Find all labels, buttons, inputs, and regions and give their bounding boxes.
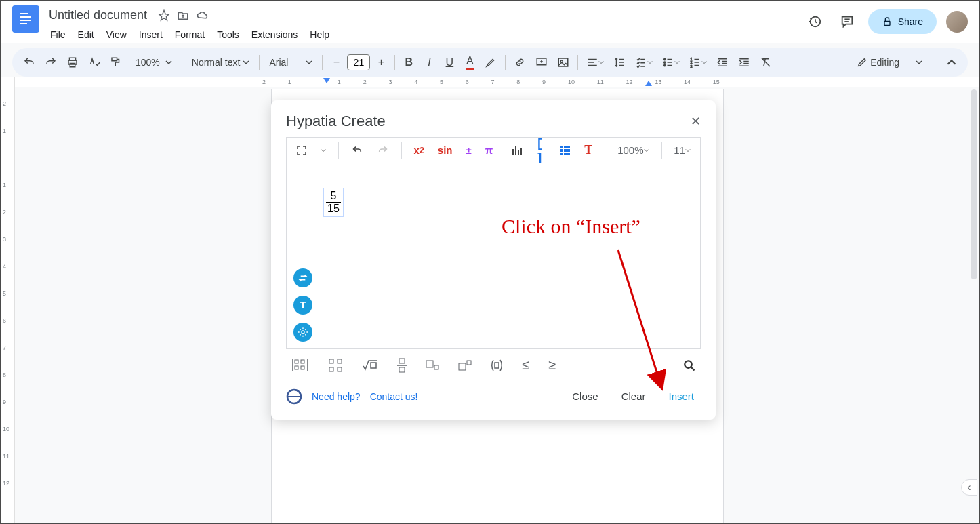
svg-rect-48 — [567, 149, 570, 152]
subscript-button[interactable] — [426, 360, 439, 371]
settings-button[interactable] — [293, 323, 312, 342]
spellcheck-button[interactable] — [84, 53, 104, 72]
pi-button[interactable]: π — [481, 142, 497, 159]
line-spacing-button[interactable] — [609, 53, 630, 72]
text-color-button[interactable]: A — [460, 53, 479, 72]
ruler-tick: 10 — [3, 426, 9, 432]
checklist-button[interactable] — [631, 53, 657, 72]
font-size-input[interactable] — [347, 54, 370, 70]
side-panel-toggle[interactable]: ‹ — [961, 479, 977, 496]
add-comment-button[interactable] — [531, 53, 552, 72]
increase-indent-button[interactable] — [734, 53, 754, 72]
star-icon[interactable] — [158, 9, 170, 22]
menu-format[interactable]: Format — [169, 26, 210, 43]
svg-rect-14 — [559, 58, 569, 66]
dialog-close-button[interactable]: ✕ — [691, 114, 701, 129]
menu-insert[interactable]: Insert — [134, 26, 168, 43]
move-icon[interactable] — [177, 9, 189, 22]
history-icon[interactable] — [803, 10, 826, 33]
comment-icon[interactable] — [836, 10, 859, 33]
fraction-numerator[interactable]: 5 — [326, 190, 341, 203]
hypatia-fontsize-select[interactable]: 11 — [670, 142, 695, 159]
collapse-toolbar-button[interactable] — [942, 53, 961, 72]
cloud-status-icon[interactable] — [196, 9, 209, 22]
decrease-font-button[interactable]: − — [327, 53, 346, 72]
fraction-denominator[interactable]: 15 — [326, 203, 341, 215]
svg-point-52 — [302, 331, 304, 334]
text-button[interactable]: T — [580, 140, 596, 160]
leq-button[interactable]: ≤ — [522, 357, 529, 373]
numbered-list-button[interactable]: 123 — [685, 53, 711, 72]
menu-tools[interactable]: Tools — [211, 26, 245, 43]
close-button[interactable]: Close — [565, 386, 605, 406]
geq-button[interactable]: ≥ — [548, 357, 556, 373]
chevron-down-icon — [644, 148, 649, 153]
brackets-button[interactable]: [ ] — [533, 134, 550, 167]
decrease-indent-button[interactable] — [712, 53, 733, 72]
help-link[interactable]: Need help? — [312, 391, 361, 402]
insert-image-button[interactable] — [553, 53, 573, 72]
indent-marker-icon[interactable] — [645, 81, 652, 87]
font-select[interactable]: Arial — [264, 54, 318, 70]
hypatia-dialog: Hypatia Create ✕ x2 sin ± π [ ] T 100% 1… — [271, 100, 716, 420]
hypatia-canvas[interactable]: 5 15 T — [286, 163, 701, 349]
ruler-tick: 1 — [3, 127, 6, 134]
menu-view[interactable]: View — [101, 26, 132, 43]
print-button[interactable] — [62, 53, 83, 72]
superscript-button[interactable] — [458, 360, 472, 371]
hypatia-zoom-select[interactable]: 100% — [613, 142, 653, 159]
undo-button[interactable] — [347, 142, 367, 159]
menu-help[interactable]: Help — [304, 26, 335, 43]
fraction-expression[interactable]: 5 15 — [323, 188, 344, 217]
exponent-button[interactable]: x2 — [410, 142, 428, 159]
italic-button[interactable]: I — [420, 53, 438, 72]
undo-button[interactable] — [19, 53, 39, 72]
underline-button[interactable]: U — [440, 53, 459, 72]
indent-marker-icon[interactable] — [323, 78, 330, 85]
bullet-list-button[interactable] — [658, 53, 684, 72]
menu-extensions[interactable]: Extensions — [246, 26, 303, 43]
link-button[interactable] — [510, 53, 530, 72]
document-title[interactable]: Untitled document — [45, 7, 151, 24]
clear-button[interactable]: Clear — [615, 386, 653, 406]
table-button[interactable] — [328, 358, 343, 373]
matrix-button[interactable] — [291, 358, 309, 373]
text-mode-button[interactable]: T — [293, 296, 312, 315]
fraction-button[interactable] — [397, 358, 407, 373]
docs-logo-icon[interactable] — [12, 5, 39, 33]
ruler-tick: 4 — [3, 263, 6, 270]
ruler-mark: 2 — [363, 79, 367, 85]
graph-icon[interactable] — [508, 142, 528, 159]
separator — [338, 142, 339, 159]
root-button[interactable] — [362, 359, 378, 371]
plusminus-button[interactable]: ± — [462, 142, 476, 159]
menu-file[interactable]: File — [45, 26, 71, 43]
bold-button[interactable]: B — [399, 53, 418, 72]
contact-link[interactable]: Contact us! — [370, 391, 418, 402]
menu-edit[interactable]: Edit — [73, 26, 100, 43]
increase-font-button[interactable]: + — [371, 53, 390, 72]
parentheses-button[interactable] — [491, 359, 503, 372]
redo-button[interactable] — [41, 53, 61, 72]
zoom-select[interactable]: 100% — [127, 54, 178, 70]
vertical-scrollbar[interactable] — [971, 89, 977, 279]
share-button[interactable]: Share — [868, 9, 937, 34]
user-avatar[interactable] — [946, 11, 968, 33]
chevron-down-icon[interactable] — [317, 145, 330, 156]
highlight-button[interactable] — [481, 53, 501, 72]
ruler-mark: 13 — [655, 79, 661, 85]
fit-icon[interactable] — [292, 142, 311, 159]
paint-format-button[interactable] — [106, 53, 126, 72]
svg-rect-1 — [20, 13, 28, 14]
chevron-down-icon — [701, 60, 707, 65]
redo-button[interactable] — [373, 142, 393, 159]
grid-icon[interactable] — [556, 142, 575, 159]
style-select[interactable]: Normal text — [186, 54, 256, 70]
search-icon[interactable] — [683, 359, 695, 371]
sin-button[interactable]: sin — [434, 142, 457, 159]
swap-button[interactable] — [293, 268, 312, 287]
editing-mode-select[interactable]: Editing — [851, 54, 928, 70]
clear-format-button[interactable] — [756, 53, 776, 72]
insert-button[interactable]: Insert — [661, 386, 701, 406]
align-button[interactable] — [582, 53, 608, 72]
